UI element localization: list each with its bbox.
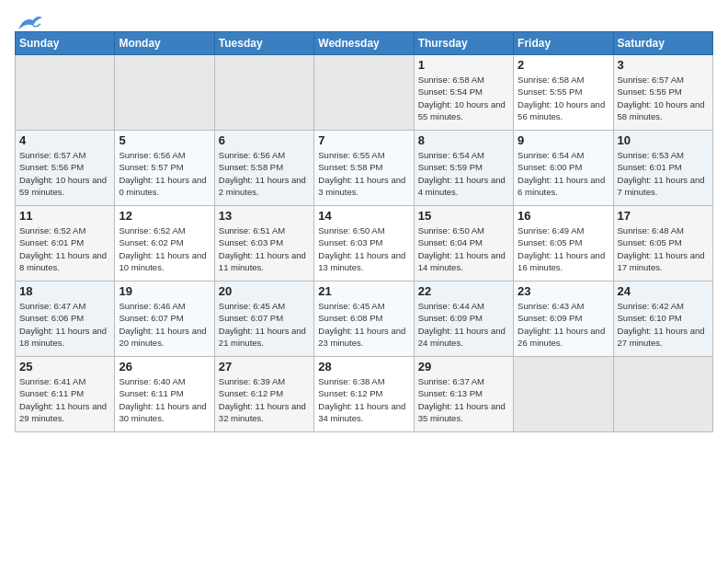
- calendar-cell: 15Sunrise: 6:50 AM Sunset: 6:04 PM Dayli…: [414, 206, 513, 282]
- calendar-cell: 24Sunrise: 6:42 AM Sunset: 6:10 PM Dayli…: [613, 282, 712, 357]
- calendar-cell: [314, 55, 414, 131]
- cell-sun-info: Sunrise: 6:54 AM Sunset: 5:59 PM Dayligh…: [418, 149, 509, 198]
- page: Sunday Monday Tuesday Wednesday Thursday…: [0, 0, 728, 442]
- day-number: 15: [418, 209, 509, 223]
- calendar-cell: 29Sunrise: 6:37 AM Sunset: 6:13 PM Dayli…: [414, 357, 513, 432]
- header: [15, 9, 713, 28]
- calendar-cell: 27Sunrise: 6:39 AM Sunset: 6:12 PM Dayli…: [214, 357, 313, 432]
- day-number: 24: [618, 284, 709, 298]
- day-number: 26: [119, 360, 210, 373]
- calendar-cell: 1Sunrise: 6:58 AM Sunset: 5:54 PM Daylig…: [414, 55, 513, 131]
- day-number: 5: [119, 133, 210, 147]
- day-number: 11: [19, 209, 110, 223]
- logo-bird-icon: [17, 13, 44, 33]
- day-number: 6: [219, 133, 310, 147]
- day-number: 8: [418, 133, 509, 147]
- day-number: 18: [19, 284, 110, 298]
- calendar-cell: 5Sunrise: 6:56 AM Sunset: 5:57 PM Daylig…: [115, 131, 214, 206]
- cell-sun-info: Sunrise: 6:52 AM Sunset: 6:01 PM Dayligh…: [19, 224, 110, 273]
- calendar-cell: 20Sunrise: 6:45 AM Sunset: 6:07 PM Dayli…: [214, 282, 313, 357]
- cell-sun-info: Sunrise: 6:42 AM Sunset: 6:10 PM Dayligh…: [618, 300, 709, 349]
- cell-sun-info: Sunrise: 6:50 AM Sunset: 6:04 PM Dayligh…: [418, 224, 509, 273]
- cell-sun-info: Sunrise: 6:44 AM Sunset: 6:09 PM Dayligh…: [418, 300, 509, 349]
- calendar-cell: 9Sunrise: 6:54 AM Sunset: 6:00 PM Daylig…: [514, 131, 613, 206]
- calendar-cell: [115, 55, 214, 131]
- calendar-cell: 6Sunrise: 6:56 AM Sunset: 5:58 PM Daylig…: [214, 131, 313, 206]
- day-number: 21: [318, 284, 409, 298]
- day-number: 9: [518, 133, 609, 147]
- cell-sun-info: Sunrise: 6:58 AM Sunset: 5:55 PM Dayligh…: [518, 74, 609, 122]
- calendar-cell: 3Sunrise: 6:57 AM Sunset: 5:55 PM Daylig…: [613, 55, 712, 131]
- cell-sun-info: Sunrise: 6:56 AM Sunset: 5:57 PM Dayligh…: [119, 149, 210, 198]
- cell-sun-info: Sunrise: 6:39 AM Sunset: 6:12 PM Dayligh…: [219, 375, 310, 424]
- calendar-week-2: 4Sunrise: 6:57 AM Sunset: 5:56 PM Daylig…: [16, 131, 713, 206]
- calendar-cell: 2Sunrise: 6:58 AM Sunset: 5:55 PM Daylig…: [514, 55, 613, 131]
- day-number: 3: [618, 58, 709, 72]
- calendar-table: Sunday Monday Tuesday Wednesday Thursday…: [15, 31, 713, 432]
- calendar-cell: 4Sunrise: 6:57 AM Sunset: 5:56 PM Daylig…: [16, 131, 115, 206]
- cell-sun-info: Sunrise: 6:51 AM Sunset: 6:03 PM Dayligh…: [219, 224, 310, 273]
- calendar-week-3: 11Sunrise: 6:52 AM Sunset: 6:01 PM Dayli…: [16, 206, 713, 282]
- calendar-cell: 10Sunrise: 6:53 AM Sunset: 6:01 PM Dayli…: [613, 131, 712, 206]
- day-number: 4: [19, 133, 110, 147]
- day-number: 12: [119, 209, 210, 223]
- cell-sun-info: Sunrise: 6:43 AM Sunset: 6:09 PM Dayligh…: [518, 300, 609, 349]
- day-number: 10: [618, 133, 709, 147]
- calendar-cell: 12Sunrise: 6:52 AM Sunset: 6:02 PM Dayli…: [115, 206, 214, 282]
- calendar-week-1: 1Sunrise: 6:58 AM Sunset: 5:54 PM Daylig…: [16, 55, 713, 131]
- calendar-cell: 26Sunrise: 6:40 AM Sunset: 6:11 PM Dayli…: [115, 357, 214, 432]
- cell-sun-info: Sunrise: 6:38 AM Sunset: 6:12 PM Dayligh…: [318, 375, 409, 424]
- day-number: 7: [318, 133, 409, 147]
- calendar-cell: 7Sunrise: 6:55 AM Sunset: 5:58 PM Daylig…: [314, 131, 414, 206]
- calendar-cell: 18Sunrise: 6:47 AM Sunset: 6:06 PM Dayli…: [16, 282, 115, 357]
- cell-sun-info: Sunrise: 6:46 AM Sunset: 6:07 PM Dayligh…: [119, 300, 210, 349]
- calendar-cell: 14Sunrise: 6:50 AM Sunset: 6:03 PM Dayli…: [314, 206, 414, 282]
- calendar-cell: 28Sunrise: 6:38 AM Sunset: 6:12 PM Dayli…: [314, 357, 414, 432]
- col-sunday: Sunday: [16, 32, 115, 55]
- cell-sun-info: Sunrise: 6:54 AM Sunset: 6:00 PM Dayligh…: [518, 149, 609, 198]
- calendar-cell: 8Sunrise: 6:54 AM Sunset: 5:59 PM Daylig…: [414, 131, 513, 206]
- cell-sun-info: Sunrise: 6:57 AM Sunset: 5:55 PM Dayligh…: [618, 74, 709, 122]
- cell-sun-info: Sunrise: 6:52 AM Sunset: 6:02 PM Dayligh…: [119, 224, 210, 273]
- col-saturday: Saturday: [613, 32, 712, 55]
- day-number: 1: [418, 58, 509, 72]
- cell-sun-info: Sunrise: 6:47 AM Sunset: 6:06 PM Dayligh…: [19, 300, 110, 349]
- cell-sun-info: Sunrise: 6:40 AM Sunset: 6:11 PM Dayligh…: [119, 375, 210, 424]
- day-number: 22: [418, 284, 509, 298]
- day-number: 17: [618, 209, 709, 223]
- col-monday: Monday: [115, 32, 214, 55]
- cell-sun-info: Sunrise: 6:48 AM Sunset: 6:05 PM Dayligh…: [618, 224, 709, 273]
- cell-sun-info: Sunrise: 6:50 AM Sunset: 6:03 PM Dayligh…: [318, 224, 409, 273]
- calendar-cell: [514, 357, 613, 432]
- calendar-cell: 25Sunrise: 6:41 AM Sunset: 6:11 PM Dayli…: [16, 357, 115, 432]
- cell-sun-info: Sunrise: 6:37 AM Sunset: 6:13 PM Dayligh…: [418, 375, 509, 424]
- calendar-week-4: 18Sunrise: 6:47 AM Sunset: 6:06 PM Dayli…: [16, 282, 713, 357]
- cell-sun-info: Sunrise: 6:41 AM Sunset: 6:11 PM Dayligh…: [19, 375, 110, 424]
- col-thursday: Thursday: [414, 32, 513, 55]
- day-number: 20: [219, 284, 310, 298]
- cell-sun-info: Sunrise: 6:57 AM Sunset: 5:56 PM Dayligh…: [19, 149, 110, 198]
- calendar-cell: 17Sunrise: 6:48 AM Sunset: 6:05 PM Dayli…: [613, 206, 712, 282]
- col-wednesday: Wednesday: [314, 32, 414, 55]
- day-number: 29: [418, 360, 509, 373]
- cell-sun-info: Sunrise: 6:55 AM Sunset: 5:58 PM Dayligh…: [318, 149, 409, 198]
- calendar-cell: 22Sunrise: 6:44 AM Sunset: 6:09 PM Dayli…: [414, 282, 513, 357]
- calendar-cell: [214, 55, 313, 131]
- day-number: 2: [518, 58, 609, 72]
- cell-sun-info: Sunrise: 6:45 AM Sunset: 6:08 PM Dayligh…: [318, 300, 409, 349]
- cell-sun-info: Sunrise: 6:45 AM Sunset: 6:07 PM Dayligh…: [219, 300, 310, 349]
- calendar-cell: 16Sunrise: 6:49 AM Sunset: 6:05 PM Dayli…: [514, 206, 613, 282]
- day-number: 16: [518, 209, 609, 223]
- calendar-cell: 21Sunrise: 6:45 AM Sunset: 6:08 PM Dayli…: [314, 282, 414, 357]
- day-number: 14: [318, 209, 409, 223]
- day-number: 13: [219, 209, 310, 223]
- day-number: 27: [219, 360, 310, 373]
- cell-sun-info: Sunrise: 6:49 AM Sunset: 6:05 PM Dayligh…: [518, 224, 609, 273]
- day-number: 19: [119, 284, 210, 298]
- calendar-cell: 19Sunrise: 6:46 AM Sunset: 6:07 PM Dayli…: [115, 282, 214, 357]
- day-number: 28: [318, 360, 409, 373]
- col-tuesday: Tuesday: [214, 32, 313, 55]
- calendar-cell: [16, 55, 115, 131]
- calendar-cell: 13Sunrise: 6:51 AM Sunset: 6:03 PM Dayli…: [214, 206, 313, 282]
- weekday-header-row: Sunday Monday Tuesday Wednesday Thursday…: [16, 32, 713, 55]
